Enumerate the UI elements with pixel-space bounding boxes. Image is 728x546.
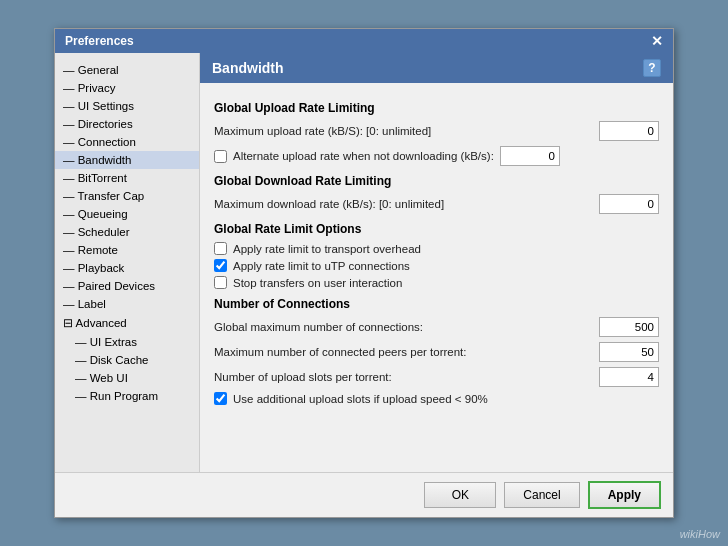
- help-button[interactable]: ?: [643, 59, 661, 77]
- sidebar-item-web-ui[interactable]: — Web UI: [55, 369, 199, 387]
- sidebar-item-connection[interactable]: — Connection: [55, 133, 199, 151]
- upload-section-title: Global Upload Rate Limiting: [214, 101, 659, 115]
- ok-button[interactable]: OK: [424, 482, 496, 508]
- rate-limit-option1-label: Apply rate limit to transport overhead: [233, 243, 421, 255]
- sidebar-item-label[interactable]: — Label: [55, 295, 199, 313]
- alt-upload-row: Alternate upload rate when not downloadi…: [214, 146, 659, 166]
- titlebar: Preferences ✕: [55, 29, 673, 53]
- rate-limit-option1-checkbox[interactable]: [214, 242, 227, 255]
- dialog-body: — General — Privacy — UI Settings — Dire…: [55, 53, 673, 472]
- max-download-row: Maximum download rate (kB/s): [0: unlimi…: [214, 194, 659, 214]
- upload-slots-label: Number of upload slots per torrent:: [214, 371, 599, 383]
- additional-slots-row: Use additional upload slots if upload sp…: [214, 392, 659, 405]
- dialog-footer: OK Cancel Apply: [55, 472, 673, 517]
- upload-slots-input[interactable]: [599, 367, 659, 387]
- max-connections-row: Global maximum number of connections:: [214, 317, 659, 337]
- sidebar-item-ui-settings[interactable]: — UI Settings: [55, 97, 199, 115]
- sidebar-item-transfer-cap[interactable]: — Transfer Cap: [55, 187, 199, 205]
- max-connections-label: Global maximum number of connections:: [214, 321, 599, 333]
- section-content: Global Upload Rate Limiting Maximum uplo…: [200, 83, 673, 472]
- sidebar-item-disk-cache[interactable]: — Disk Cache: [55, 351, 199, 369]
- max-peers-input[interactable]: [599, 342, 659, 362]
- upload-slots-row: Number of upload slots per torrent:: [214, 367, 659, 387]
- alt-upload-label: Alternate upload rate when not downloadi…: [233, 150, 494, 162]
- rate-limit-section-title: Global Rate Limit Options: [214, 222, 659, 236]
- rate-limit-option1-row: Apply rate limit to transport overhead: [214, 242, 659, 255]
- sidebar-item-queueing[interactable]: — Queueing: [55, 205, 199, 223]
- sidebar-item-privacy[interactable]: — Privacy: [55, 79, 199, 97]
- section-title: Bandwidth: [212, 60, 284, 76]
- sidebar-item-remote[interactable]: — Remote: [55, 241, 199, 259]
- section-header: Bandwidth ?: [200, 53, 673, 83]
- sidebar-item-run-program[interactable]: — Run Program: [55, 387, 199, 405]
- sidebar-item-paired-devices[interactable]: — Paired Devices: [55, 277, 199, 295]
- alt-upload-input[interactable]: [500, 146, 560, 166]
- content-area: Bandwidth ? Global Upload Rate Limiting …: [200, 53, 673, 472]
- additional-slots-checkbox[interactable]: [214, 392, 227, 405]
- sidebar-item-bittorrent[interactable]: — BitTorrent: [55, 169, 199, 187]
- max-download-label: Maximum download rate (kB/s): [0: unlimi…: [214, 198, 599, 210]
- rate-limit-option3-row: Stop transfers on user interaction: [214, 276, 659, 289]
- sidebar-item-ui-extras[interactable]: — UI Extras: [55, 333, 199, 351]
- rate-limit-option2-label: Apply rate limit to uTP connections: [233, 260, 410, 272]
- close-button[interactable]: ✕: [651, 34, 663, 48]
- dialog-title: Preferences: [65, 34, 134, 48]
- alt-upload-checkbox[interactable]: [214, 150, 227, 163]
- sidebar-item-playback[interactable]: — Playback: [55, 259, 199, 277]
- download-section-title: Global Download Rate Limiting: [214, 174, 659, 188]
- connections-section-title: Number of Connections: [214, 297, 659, 311]
- max-connections-input[interactable]: [599, 317, 659, 337]
- watermark: wikiHow: [680, 528, 720, 540]
- max-upload-input[interactable]: [599, 121, 659, 141]
- rate-limit-option2-checkbox[interactable]: [214, 259, 227, 272]
- cancel-button[interactable]: Cancel: [504, 482, 579, 508]
- max-download-input[interactable]: [599, 194, 659, 214]
- rate-limit-option3-checkbox[interactable]: [214, 276, 227, 289]
- sidebar-item-advanced[interactable]: ⊟ Advanced: [55, 313, 199, 333]
- preferences-dialog: Preferences ✕ — General — Privacy — UI S…: [54, 28, 674, 518]
- max-peers-row: Maximum number of connected peers per to…: [214, 342, 659, 362]
- sidebar-item-directories[interactable]: — Directories: [55, 115, 199, 133]
- apply-button[interactable]: Apply: [588, 481, 661, 509]
- sidebar-item-bandwidth[interactable]: — Bandwidth: [55, 151, 199, 169]
- sidebar-item-general[interactable]: — General: [55, 61, 199, 79]
- sidebar-item-scheduler[interactable]: — Scheduler: [55, 223, 199, 241]
- max-upload-label: Maximum upload rate (kB/S): [0: unlimite…: [214, 125, 599, 137]
- rate-limit-option2-row: Apply rate limit to uTP connections: [214, 259, 659, 272]
- max-peers-label: Maximum number of connected peers per to…: [214, 346, 599, 358]
- sidebar: — General — Privacy — UI Settings — Dire…: [55, 53, 200, 472]
- additional-slots-label: Use additional upload slots if upload sp…: [233, 393, 488, 405]
- max-upload-row: Maximum upload rate (kB/S): [0: unlimite…: [214, 121, 659, 141]
- rate-limit-option3-label: Stop transfers on user interaction: [233, 277, 402, 289]
